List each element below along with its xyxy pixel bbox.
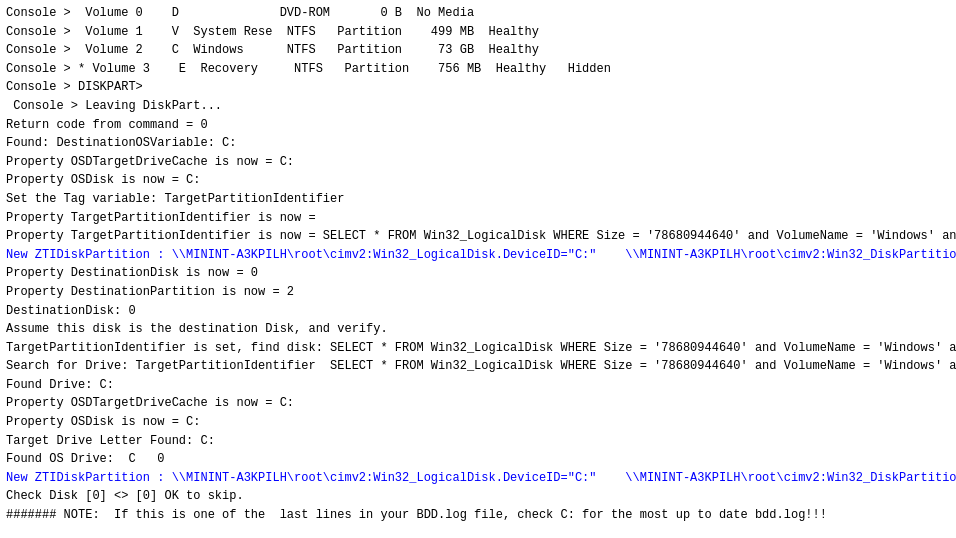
console-line: Console > Leaving DiskPart... [6,97,950,116]
console-line: TargetPartitionIdentifier is set, find d… [6,339,950,358]
console-line: Console > Volume 0 D DVD-ROM 0 B No Medi… [6,4,950,23]
console-line: Property TargetPartitionIdentifier is no… [6,227,950,246]
console-line: New ZTIDiskPartition : \\MININT-A3KPILH\… [6,246,950,265]
console-line: Found Drive: C: [6,376,950,395]
console-line: Console > Volume 2 C Windows NTFS Partit… [6,41,950,60]
console-line: Target Drive Letter Found: C: [6,432,950,451]
console-line: Property OSDTargetDriveCache is now = C: [6,394,950,413]
console-line: Property DestinationPartition is now = 2 [6,283,950,302]
console-line: Property OSDisk is now = C: [6,413,950,432]
console-line: New ZTIDiskPartition : \\MININT-A3KPILH\… [6,469,950,488]
console-line: ####### NOTE: If this is one of the last… [6,506,950,525]
console-line: Property OSDisk is now = C: [6,171,950,190]
console-line: Set the Tag variable: TargetPartitionIde… [6,190,950,209]
console-line: Property TargetPartitionIdentifier is no… [6,209,950,228]
console-line: Property OSDTargetDriveCache is now = C: [6,153,950,172]
console-line: Assume this disk is the destination Disk… [6,320,950,339]
console-line: Found OS Drive: C 0 [6,450,950,469]
console-line: Found: DestinationOSVariable: C: [6,134,950,153]
console-line: Check Disk [0] <> [0] OK to skip. [6,487,950,506]
console-line: Console > * Volume 3 E Recovery NTFS Par… [6,60,950,79]
console-line: Property DestinationDisk is now = 0 [6,264,950,283]
console-line: Console > Volume 1 V System Rese NTFS Pa… [6,23,950,42]
console-line: Console > DISKPART> [6,78,950,97]
console-output: Console > Volume 0 D DVD-ROM 0 B No Medi… [0,0,956,529]
console-line: Return code from command = 0 [6,116,950,135]
console-line: DestinationDisk: 0 [6,302,950,321]
console-line: Search for Drive: TargetPartitionIdentif… [6,357,950,376]
